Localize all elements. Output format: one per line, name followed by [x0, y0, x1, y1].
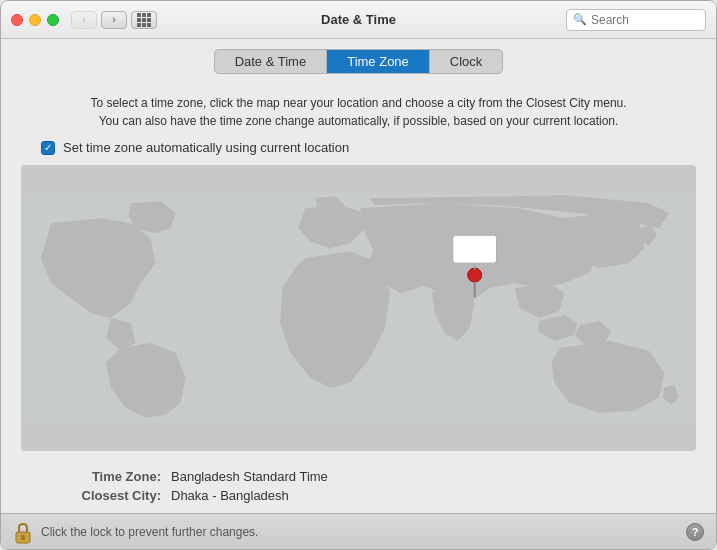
- auto-timezone-checkbox[interactable]: ✓: [41, 141, 55, 155]
- lock-text: Click the lock to prevent further change…: [41, 525, 258, 539]
- back-button[interactable]: ‹: [71, 11, 97, 29]
- traffic-lights: [11, 14, 59, 26]
- tab-clock[interactable]: Clock: [429, 50, 503, 73]
- lock-icon[interactable]: [13, 522, 33, 542]
- tab-group: Date & Time Time Zone Clock: [214, 49, 504, 74]
- checkbox-label: Set time zone automatically using curren…: [63, 140, 349, 155]
- svg-rect-3: [453, 235, 497, 263]
- nav-buttons: ‹ ›: [71, 11, 127, 29]
- grid-icon: [137, 13, 151, 27]
- svg-point-1: [468, 268, 482, 282]
- city-label: Closest City:: [61, 488, 161, 503]
- help-button[interactable]: ?: [686, 523, 704, 541]
- checkmark-icon: ✓: [44, 143, 52, 153]
- grid-button[interactable]: [131, 11, 157, 29]
- svg-rect-6: [21, 535, 25, 540]
- tab-date-time[interactable]: Date & Time: [215, 50, 327, 73]
- description-text: To select a time zone, click the map nea…: [21, 94, 696, 130]
- tabbar: Date & Time Time Zone Clock: [1, 39, 716, 82]
- city-row: Closest City: Dhaka - Bangladesh: [21, 488, 696, 503]
- city-value: Dhaka - Bangladesh: [171, 488, 289, 503]
- description-line1: To select a time zone, click the map nea…: [21, 94, 696, 112]
- bottombar: Click the lock to prevent further change…: [1, 513, 716, 549]
- timezone-label: Time Zone:: [61, 469, 161, 484]
- content-area: To select a time zone, click the map nea…: [1, 82, 716, 513]
- map-svg: [21, 165, 696, 451]
- timezone-row: Time Zone: Bangladesh Standard Time: [21, 469, 696, 484]
- search-icon: 🔍: [573, 13, 587, 26]
- search-input[interactable]: [591, 13, 699, 27]
- checkbox-row: ✓ Set time zone automatically using curr…: [21, 140, 696, 155]
- window-title: Date & Time: [321, 12, 396, 27]
- tab-time-zone[interactable]: Time Zone: [326, 50, 429, 73]
- titlebar: ‹ › Date & Time 🔍: [1, 1, 716, 39]
- maximize-button[interactable]: [47, 14, 59, 26]
- minimize-button[interactable]: [29, 14, 41, 26]
- info-section: Time Zone: Bangladesh Standard Time Clos…: [21, 461, 696, 513]
- description-line2: You can also have the time zone change a…: [21, 112, 696, 130]
- timezone-value: Bangladesh Standard Time: [171, 469, 328, 484]
- close-button[interactable]: [11, 14, 23, 26]
- world-map[interactable]: [21, 165, 696, 451]
- search-box[interactable]: 🔍: [566, 9, 706, 31]
- main-window: ‹ › Date & Time 🔍 Date & Time Time Zone …: [0, 0, 717, 550]
- forward-button[interactable]: ›: [101, 11, 127, 29]
